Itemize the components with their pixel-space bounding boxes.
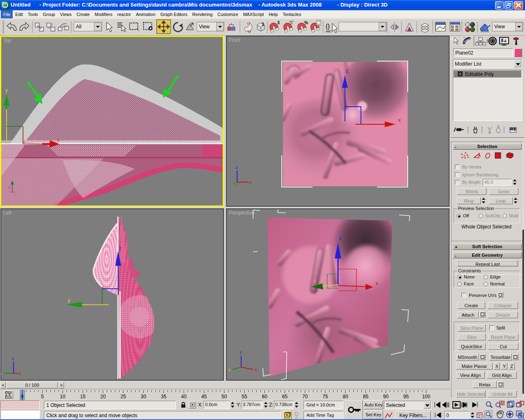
svg-text:10: 10 [60,394,66,399]
svg-text:3: 3 [262,22,264,27]
svg-text:3: 3 [277,21,280,25]
svg-text:x: x [18,371,21,376]
svg-text:z: z [240,350,242,355]
svg-text:45: 45 [201,394,207,399]
svg-text:ABC: ABC [326,30,331,33]
svg-text:60: 60 [262,394,268,399]
svg-text:y: y [68,297,70,303]
svg-text:95: 95 [403,394,409,399]
svg-text:x: x [57,137,60,142]
svg-text:20: 20 [100,394,106,399]
svg-text:100: 100 [422,394,430,399]
svg-text:%: % [304,21,308,25]
svg-text:25: 25 [121,394,126,399]
svg-text:z: z [119,246,121,251]
svg-text:y: y [228,367,231,372]
svg-text:x: x [249,180,252,185]
svg-text:View: View [494,24,505,30]
svg-text:z: z [8,185,10,189]
svg-text:y: y [5,87,8,93]
svg-text:30: 30 [141,394,146,399]
svg-text:5: 5 [41,394,44,399]
svg-text:All: All [76,24,81,30]
svg-text:80: 80 [343,394,349,399]
svg-text:0: 0 [21,394,24,399]
svg-text:35: 35 [161,394,167,399]
svg-text:View: View [199,24,210,30]
svg-text:75: 75 [322,394,328,399]
svg-text:z: z [339,235,342,241]
svg-text:40: 40 [181,394,187,399]
svg-text:z: z [235,165,238,170]
svg-text:z: z [346,68,348,74]
svg-text:x: x [376,281,378,286]
svg-text:y: y [314,278,316,283]
svg-text:x: x [255,367,257,372]
svg-text:y: y [1,371,2,376]
svg-text:55: 55 [242,394,247,399]
svg-text:15: 15 [80,394,86,399]
svg-text:90: 90 [383,394,389,399]
svg-text:y: y [233,180,236,185]
svg-text:z: z [12,356,14,361]
svg-text:65: 65 [282,394,288,399]
svg-text:x: x [398,117,401,123]
svg-text:85: 85 [363,394,369,399]
svg-text:50: 50 [221,394,227,399]
svg-text:70: 70 [302,394,308,399]
svg-text:{}: {} [326,23,330,30]
